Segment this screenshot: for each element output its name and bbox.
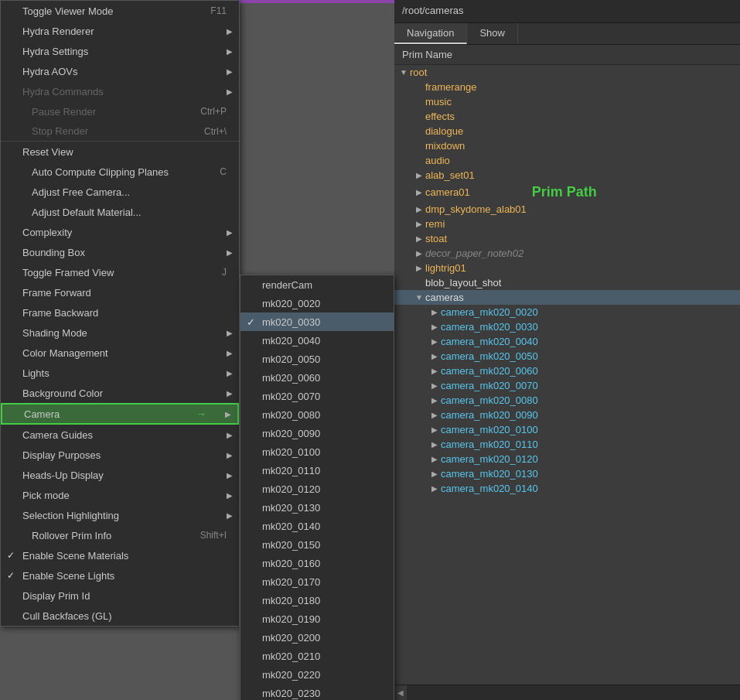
camera-item-mk020-0180[interactable]: mk020_0180 (240, 591, 394, 610)
tree-item-cam-mk020-0090[interactable]: ▶ camera_mk020_0090 (394, 408, 740, 422)
menu-hydra-commands[interactable]: Hydra Commands (1, 81, 239, 101)
tree-label: dialogue (425, 125, 463, 137)
tree-item-dialogue[interactable]: dialogue (394, 124, 740, 138)
camera-item-mk020-0130[interactable]: mk020_0130 (240, 498, 394, 517)
camera-item-mk020-0060[interactable]: mk020_0060 (240, 368, 394, 387)
tree-item-cameras[interactable]: ▼ cameras (394, 290, 740, 305)
menu-selection-highlighting[interactable]: Selection Highlighting (1, 505, 239, 525)
menu-rollover-prim-info[interactable]: Rollover Prim Info Shift+I (1, 525, 239, 545)
menu-display-purposes[interactable]: Display Purposes (1, 445, 239, 465)
menu-hydra-settings[interactable]: Hydra Settings (1, 41, 239, 61)
camera-item-mk020-0190[interactable]: mk020_0190 (240, 610, 394, 628)
camera-item-mk020-0040[interactable]: mk020_0040 (240, 331, 394, 350)
menu-pick-mode[interactable]: Pick mode (1, 485, 239, 505)
menu-complexity[interactable]: Complexity (1, 222, 239, 242)
tree-item-remi[interactable]: ▶ remi (394, 217, 740, 231)
item-label: Rollover Prim Info (32, 530, 111, 541)
menu-auto-compute[interactable]: Auto Compute Clipping Planes C (1, 162, 239, 182)
menu-adjust-default-material[interactable]: Adjust Default Material... (1, 202, 239, 222)
tree-item-dmp-skydome[interactable]: ▶ dmp_skydome_alab01 (394, 202, 740, 217)
tree-item-stoat[interactable]: ▶ stoat (394, 231, 740, 246)
menu-frame-backward[interactable]: Frame Backward (1, 302, 239, 323)
tree-item-camera01[interactable]: ▶ camera01 Prim Path (394, 183, 740, 202)
tree-label: camera_mk020_0030 (441, 321, 538, 333)
camera-item-mk020-0220[interactable]: mk020_0220 (240, 665, 394, 684)
tree-item-cam-mk020-0080[interactable]: ▶ camera_mk020_0080 (394, 393, 740, 408)
camera-item-mk020-0200[interactable]: mk020_0200 (240, 628, 394, 647)
menu-enable-scene-lights[interactable]: ✓ Enable Scene Lights (1, 565, 239, 586)
camera-item-mk020-0090[interactable]: mk020_0090 (240, 424, 394, 442)
scroll-left-button[interactable]: ◀ (394, 685, 407, 701)
tree-item-mixdown[interactable]: mixdown (394, 138, 740, 153)
menu-hydra-aovs[interactable]: Hydra AOVs (1, 61, 239, 81)
tree-label: camera_mk020_0070 (441, 380, 538, 391)
tree-item-cam-mk020-0120[interactable]: ▶ camera_mk020_0120 (394, 452, 740, 466)
tree-item-blob-layout-shot[interactable]: blob_layout_shot (394, 275, 740, 290)
camera-item-mk020-0080[interactable]: mk020_0080 (240, 405, 394, 424)
camera-item-mk020-0070[interactable]: mk020_0070 (240, 387, 394, 405)
tree-label: framerange (425, 81, 476, 93)
tree-item-cam-mk020-0140[interactable]: ▶ camera_mk020_0140 (394, 481, 740, 496)
camera-label: mk020_0170 (262, 576, 320, 588)
camera-label: mk020_0050 (262, 353, 320, 365)
camera-item-mk020-0050[interactable]: mk020_0050 (240, 350, 394, 368)
camera-label: mk020_0210 (262, 650, 320, 662)
menu-toggle-framed-view[interactable]: Toggle Framed View J (1, 262, 239, 282)
camera-item-rendercam[interactable]: renderCam (240, 275, 394, 294)
camera-item-mk020-0030[interactable]: mk020_0030 (240, 312, 394, 331)
tab-show[interactable]: Show (467, 23, 518, 44)
menu-hydra-renderer[interactable]: Hydra Renderer (1, 21, 239, 41)
camera-item-mk020-0170[interactable]: mk020_0170 (240, 572, 394, 591)
tree-item-cam-mk020-0060[interactable]: ▶ camera_mk020_0060 (394, 364, 740, 378)
menu-toggle-viewer-mode[interactable]: Toggle Viewer Mode F11 (1, 1, 239, 21)
menu-pause-render[interactable]: Pause Render Ctrl+P (1, 101, 239, 121)
tree-item-cam-mk020-0100[interactable]: ▶ camera_mk020_0100 (394, 422, 740, 437)
menu-stop-render[interactable]: Stop Render Ctrl+\ (1, 121, 239, 142)
menu-cull-backfaces[interactable]: Cull Backfaces (GL) (1, 606, 239, 626)
item-label: Complexity (22, 227, 72, 238)
tree-item-decor-paper[interactable]: ▶ decor_paper_noteh02 (394, 246, 740, 261)
camera-item-mk020-0020[interactable]: mk020_0020 (240, 294, 394, 312)
camera-item-mk020-0120[interactable]: mk020_0120 (240, 480, 394, 498)
shortcut-label: J (206, 267, 227, 278)
tree-item-cam-mk020-0110[interactable]: ▶ camera_mk020_0110 (394, 437, 740, 452)
menu-display-prim-id[interactable]: Display Prim Id (1, 586, 239, 606)
menu-camera-guides[interactable]: Camera Guides (1, 425, 239, 445)
tree-item-root[interactable]: ▼ root (394, 65, 740, 80)
menu-background-color[interactable]: Background Color (1, 383, 239, 403)
item-label: Enable Scene Materials (22, 550, 128, 562)
tree-item-cam-mk020-0040[interactable]: ▶ camera_mk020_0040 (394, 334, 740, 349)
menu-bounding-box[interactable]: Bounding Box (1, 242, 239, 262)
menu-lights[interactable]: Lights (1, 363, 239, 383)
tree-item-framerange[interactable]: framerange (394, 80, 740, 94)
tab-navigation[interactable]: Navigation (394, 23, 467, 44)
camera-item-mk020-0230[interactable]: mk020_0230 (240, 684, 394, 700)
tree-item-cam-mk020-0030[interactable]: ▶ camera_mk020_0030 (394, 319, 740, 334)
camera-item-mk020-0100[interactable]: mk020_0100 (240, 442, 394, 461)
camera-item-mk020-0140[interactable]: mk020_0140 (240, 517, 394, 535)
camera-item-mk020-0150[interactable]: mk020_0150 (240, 535, 394, 554)
menu-heads-up-display[interactable]: Heads-Up Display (1, 465, 239, 485)
tree-item-lightrig01[interactable]: ▶ lightrig01 (394, 261, 740, 275)
tree-item-effects[interactable]: effects (394, 109, 740, 124)
menu-camera[interactable]: Camera → (1, 403, 239, 425)
camera-item-mk020-0210[interactable]: mk020_0210 (240, 647, 394, 665)
tree-item-music[interactable]: music (394, 94, 740, 109)
menu-adjust-free-camera[interactable]: Adjust Free Camera... (1, 182, 239, 202)
prim-tree[interactable]: ▼ root framerange music effects dialogue… (394, 65, 740, 685)
tree-item-cam-mk020-0130[interactable]: ▶ camera_mk020_0130 (394, 466, 740, 481)
tree-item-cam-mk020-0020[interactable]: ▶ camera_mk020_0020 (394, 305, 740, 319)
menu-reset-view[interactable]: Reset View (1, 142, 239, 162)
tree-arrow (413, 156, 425, 165)
camera-item-mk020-0160[interactable]: mk020_0160 (240, 554, 394, 572)
menu-enable-scene-materials[interactable]: ✓ Enable Scene Materials (1, 545, 239, 565)
menu-color-management[interactable]: Color Management (1, 343, 239, 363)
tree-item-audio[interactable]: audio (394, 153, 740, 168)
menu-frame-forward[interactable]: Frame Forward (1, 282, 239, 302)
tree-item-alab-set01[interactable]: ▶ alab_set01 (394, 168, 740, 183)
tree-arrow: ▶ (428, 455, 441, 463)
menu-shading-mode[interactable]: Shading Mode (1, 323, 239, 343)
tree-item-cam-mk020-0050[interactable]: ▶ camera_mk020_0050 (394, 349, 740, 364)
camera-item-mk020-0110[interactable]: mk020_0110 (240, 461, 394, 480)
tree-item-cam-mk020-0070[interactable]: ▶ camera_mk020_0070 (394, 378, 740, 393)
